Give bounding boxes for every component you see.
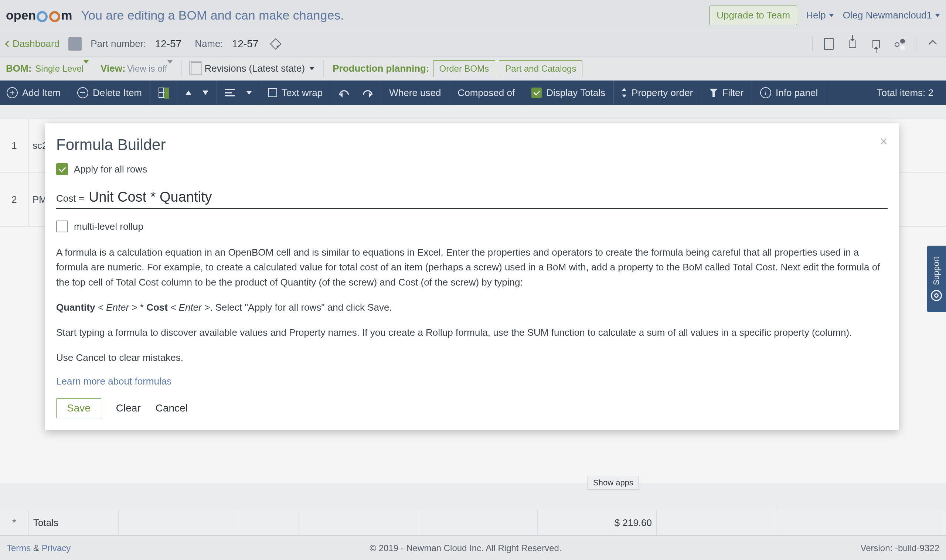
part-number-label: Part number: — [91, 38, 146, 49]
row-number: 1 — [0, 119, 29, 172]
checkbox-checked-icon — [56, 163, 68, 175]
support-label: Support — [932, 257, 941, 285]
revisions-dropdown[interactable]: Revisions (Latest state) — [191, 62, 315, 75]
change-columns-button[interactable] — [150, 80, 177, 105]
display-totals-toggle[interactable]: Display Totals — [523, 80, 614, 105]
revisions-icon — [191, 62, 202, 75]
text-wrap-toggle[interactable]: Text wrap — [260, 80, 331, 105]
chevron-down-icon — [935, 14, 940, 17]
chevron-left-icon — [5, 41, 11, 47]
help-syntax: Quantity < Enter > * Cost < Enter >. Sel… — [56, 300, 887, 315]
editing-status: You are editing a BOM and can make chang… — [81, 8, 344, 23]
checkbox-checked-icon — [532, 88, 542, 98]
cancel-button[interactable]: Cancel — [156, 402, 188, 414]
logo-text-left: open — [6, 8, 36, 23]
totals-label: Totals — [29, 510, 119, 535]
version: Version: -build-9322 — [861, 543, 939, 553]
formula-input[interactable]: Cost = Unit Cost * Quantity — [56, 188, 887, 209]
close-icon[interactable]: × — [880, 134, 887, 149]
terms-link[interactable]: Terms — [7, 543, 31, 553]
formula-builder-modal: × Formula Builder Apply for all rows Cos… — [45, 123, 899, 430]
undo-redo[interactable] — [331, 80, 381, 105]
separator — [916, 37, 917, 51]
document-icon[interactable] — [821, 37, 836, 51]
support-tab[interactable]: Support — [927, 246, 946, 312]
save-button[interactable]: Save — [56, 398, 101, 418]
privacy-link[interactable]: Privacy — [42, 543, 71, 553]
info-icon: i — [760, 87, 771, 98]
row-number: 2 — [0, 173, 29, 226]
user-menu[interactable]: Oleg Newmancloud1 — [843, 9, 940, 21]
property-order-button[interactable]: Property order — [614, 80, 701, 105]
bom-dropdown[interactable]: Single Level — [35, 63, 89, 74]
grid-icon — [159, 88, 169, 98]
add-item-button[interactable]: +Add Item — [7, 80, 69, 105]
filter-button[interactable]: Filter — [701, 80, 752, 105]
grid-header — [0, 105, 946, 119]
order-boms-button[interactable]: Order BOMs — [433, 60, 496, 77]
totals-star: * — [0, 510, 29, 535]
download-icon[interactable] — [845, 37, 860, 51]
row-first-cell[interactable]: sc2 — [29, 140, 47, 151]
separator — [812, 37, 813, 51]
totals-cost: $ 219.60 — [538, 510, 657, 535]
help-paragraph: Start typing a formula to discover avail… — [56, 325, 887, 340]
thumbnail-icon[interactable] — [68, 37, 82, 51]
help-paragraph: Use Cancel to clear mistakes. — [56, 350, 887, 365]
formula-lhs: Cost = — [56, 193, 84, 204]
logo-text-right: m — [61, 8, 72, 23]
collapse-panel[interactable] — [925, 37, 940, 51]
logo-o-orange-icon — [49, 11, 60, 22]
undo-icon — [339, 90, 349, 95]
learn-more-link[interactable]: Learn more about formulas — [56, 376, 171, 387]
plus-circle-icon: + — [7, 87, 18, 98]
chevron-down-icon — [247, 91, 252, 95]
multi-level-rollup-checkbox[interactable]: multi-level rollup — [56, 220, 887, 232]
help-label: Help — [806, 9, 826, 21]
help-menu[interactable]: Help — [806, 9, 834, 21]
user-name: Oleg Newmancloud1 — [843, 9, 932, 21]
bom-label: BOM: — [6, 63, 31, 74]
info-panel-button[interactable]: iInfo panel — [752, 80, 826, 105]
part-number-value: 12-57 — [155, 38, 182, 50]
upgrade-button[interactable]: Upgrade to Team — [710, 6, 797, 25]
reorder-icon — [622, 88, 626, 97]
row-first-cell[interactable]: PM — [29, 194, 47, 205]
align-icon — [225, 89, 235, 96]
logo-o-blue-icon — [37, 11, 48, 22]
name-label: Name: — [195, 38, 223, 49]
minus-circle-icon — [77, 87, 88, 98]
filter-icon — [710, 89, 718, 97]
upload-icon[interactable] — [869, 37, 884, 51]
dashboard-label: Dashboard — [12, 38, 60, 49]
checkbox-icon — [268, 88, 277, 97]
where-used-button[interactable]: Where used — [381, 80, 449, 105]
help-paragraph: A formula is a calculation equation in a… — [56, 245, 887, 289]
view-picker[interactable]: View: View is off — [100, 63, 172, 74]
footer: Terms & Privacy © 2019 - Newman Cloud In… — [0, 535, 946, 560]
formula-rhs[interactable]: Unit Cost * Quantity — [89, 189, 887, 205]
openbom-logo[interactable]: openm — [6, 8, 72, 23]
alignment-button[interactable] — [217, 80, 260, 105]
name-value: 12-57 — [232, 38, 259, 50]
back-to-dashboard[interactable]: Dashboard — [6, 38, 60, 49]
share-icon[interactable] — [892, 37, 907, 51]
arrow-up-icon — [185, 91, 191, 95]
redo-icon — [363, 90, 373, 95]
show-apps-button[interactable]: Show apps — [587, 476, 639, 490]
part-catalogs-button[interactable]: Part and Catalogs — [499, 60, 582, 77]
chevron-down-icon — [829, 14, 834, 17]
lifebuoy-icon — [931, 290, 942, 301]
clear-button[interactable]: Clear — [116, 402, 141, 414]
arrow-down-icon — [202, 91, 208, 95]
copyright: © 2019 - Newman Cloud Inc. All Right Res… — [370, 543, 561, 553]
apply-all-checkbox[interactable]: Apply for all rows — [56, 163, 887, 175]
delete-item-button[interactable]: Delete Item — [69, 80, 150, 105]
move-rows-button[interactable] — [177, 80, 217, 105]
modal-title: Formula Builder — [56, 136, 887, 154]
totals-row: * Totals $ 219.60 — [0, 510, 946, 535]
composed-of-button[interactable]: Composed of — [449, 80, 523, 105]
total-items-count: Total items: 2 — [871, 87, 939, 98]
edit-name-icon[interactable] — [270, 38, 282, 49]
multi-rollup-label: multi-level rollup — [74, 221, 143, 232]
